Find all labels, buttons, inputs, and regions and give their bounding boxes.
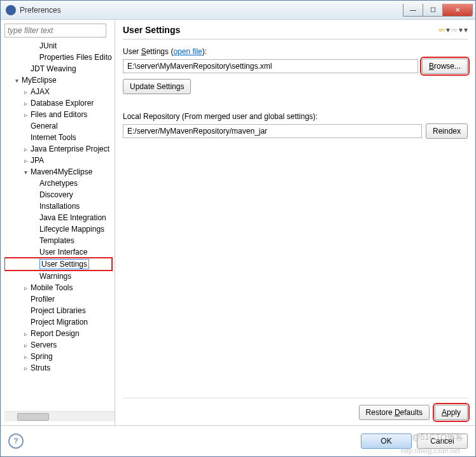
tree-item-label: Mobile Tools [31,283,73,292]
forward-icon[interactable]: ⇨ [451,25,458,34]
tree-item[interactable]: User Settings [4,258,112,271]
footer: ? OK Cancel [1,426,475,456]
twisty-open-icon[interactable]: ▾ [13,77,20,84]
twisty-closed-icon[interactable]: ▹ [22,285,29,292]
tree-item-label: JUnit [39,41,57,50]
filter-input[interactable] [4,24,106,38]
tree-item[interactable]: Templates [4,235,112,246]
tree-item-label: User Interface [39,248,87,257]
tree-item[interactable]: ▹Mobile Tools [4,282,112,293]
tree-item[interactable]: JDT Weaving [4,63,112,74]
twisty-open-icon[interactable]: ▾ [22,169,29,176]
update-settings-button[interactable]: Update Settings [123,79,191,94]
tree-item[interactable]: Java EE Integration [4,212,112,223]
menu-icon[interactable]: ▾ [464,25,468,34]
tree-item-label: JPA [31,156,44,165]
tree-item[interactable]: JUnit [4,40,112,52]
app-icon [6,5,16,15]
twisty-closed-icon[interactable]: ▹ [22,330,29,337]
tree-item[interactable]: User Interface [4,246,112,258]
forward-menu-icon[interactable]: ▾ [459,25,463,34]
twisty-closed-icon[interactable]: ▹ [22,365,29,372]
back-icon[interactable]: ⇦ [438,25,445,34]
tree-item-label: Spring [31,352,53,361]
back-menu-icon[interactable]: ▾ [446,25,450,34]
tree-item[interactable]: ▾Maven4MyEclipse [4,166,112,178]
twisty-closed-icon[interactable]: ▹ [22,353,29,360]
tree-item-label: Report Design [31,329,80,338]
tree-item[interactable]: ▹Files and Editors [4,109,112,120]
tree-item[interactable]: ▹Spring [4,351,112,362]
reindex-button[interactable]: Reindex [426,123,468,139]
preference-tree[interactable]: JUnitProperties Files EditorJDT Weaving▾… [4,40,115,411]
tree-item[interactable]: Internet Tools [4,132,112,143]
tree-item-label: JDT Weaving [31,64,76,73]
tree-item[interactable]: ▹Java Enterprise Project [4,143,112,155]
tree-item[interactable]: Profiler [4,293,112,305]
window-title: Preferences [20,6,403,15]
twisty-closed-icon[interactable]: ▹ [22,342,29,349]
tree-item[interactable]: Properties Files Editor [4,52,112,63]
tree-item-label: Archetypes [39,179,78,188]
user-settings-input[interactable] [123,59,418,73]
tree-item[interactable]: Project Migration [4,316,112,328]
open-file-link[interactable]: open file [173,47,202,56]
tree-item[interactable]: General [4,120,112,132]
tree-item-label: Properties Files Editor [39,53,112,62]
tree-item-label: Templates [39,236,74,245]
tree-item[interactable]: ▾MyEclipse [4,74,112,86]
tree-item-label: Internet Tools [31,133,76,142]
tree-item[interactable]: Discovery [4,189,112,200]
twisty-closed-icon[interactable]: ▹ [22,111,29,118]
twisty-closed-icon[interactable]: ▹ [22,100,29,107]
preferences-window: Preferences — ☐ ✕ JUnitProperties Files … [0,0,476,457]
tree-item[interactable]: Lifecycle Mappings [4,223,112,235]
twisty-closed-icon[interactable]: ▹ [22,88,29,95]
tree-item-label: Files and Editors [31,110,87,119]
horizontal-scrollbar[interactable] [4,411,115,421]
tree-item[interactable]: ▹JPA [4,155,112,166]
tree-item-label: Maven4MyEclipse [31,167,92,176]
tree-item[interactable]: Warnings [4,271,112,282]
tree-item-label: Discovery [39,190,73,199]
tree-item-label: Database Explorer [31,99,94,108]
local-repo-label: Local Repository (From merged user and g… [123,112,468,121]
tree-item-label: MyEclipse [22,76,57,85]
tree-item[interactable]: ▹Servers [4,339,112,351]
close-button[interactable]: ✕ [442,4,473,17]
tree-item-label: Project Libraries [31,306,86,315]
local-repo-input [123,124,422,138]
tree-item-label: Project Migration [31,318,88,327]
tree-item-label: General [31,122,58,130]
page-title: User Settings [123,25,438,35]
tree-item-label: Java Enterprise Project [31,144,109,153]
tree-item[interactable]: ▹Report Design [4,328,112,339]
window-buttons: — ☐ ✕ [403,4,473,17]
tree-item[interactable]: Installations [4,200,112,212]
tree-item[interactable]: Project Libraries [4,305,112,316]
titlebar[interactable]: Preferences — ☐ ✕ [1,1,475,20]
tree-item[interactable]: Archetypes [4,178,112,189]
user-settings-label: User Settings (open file): [123,47,468,56]
tree-item-label: Lifecycle Mappings [39,225,104,234]
nav-icons: ⇦ ▾ ⇨ ▾ ▾ [438,25,468,34]
ok-button[interactable]: OK [361,433,412,449]
tree-item-label: Warnings [39,272,71,281]
restore-defaults-button[interactable]: Restore Defaults [359,405,430,420]
tree-item[interactable]: ▹Struts [4,362,112,374]
minimize-button[interactable]: — [403,4,423,17]
tree-item-label: Servers [31,341,57,349]
tree-item-label: Profiler [31,295,55,304]
left-panel: JUnitProperties Files EditorJDT Weaving▾… [1,20,115,425]
maximize-button[interactable]: ☐ [423,4,443,17]
browse-button[interactable]: BBrowse...rowse... [422,59,468,74]
tree-item-label: Installations [39,202,80,211]
tree-item[interactable]: ▹AJAX [4,86,112,97]
cancel-button[interactable]: Cancel [417,433,468,449]
apply-button[interactable]: Apply [435,405,468,420]
tree-item[interactable]: ▹Database Explorer [4,97,112,109]
twisty-closed-icon[interactable]: ▹ [22,146,29,153]
tree-item-label: Java EE Integration [39,213,106,222]
help-icon[interactable]: ? [8,433,24,449]
twisty-closed-icon[interactable]: ▹ [22,157,29,164]
